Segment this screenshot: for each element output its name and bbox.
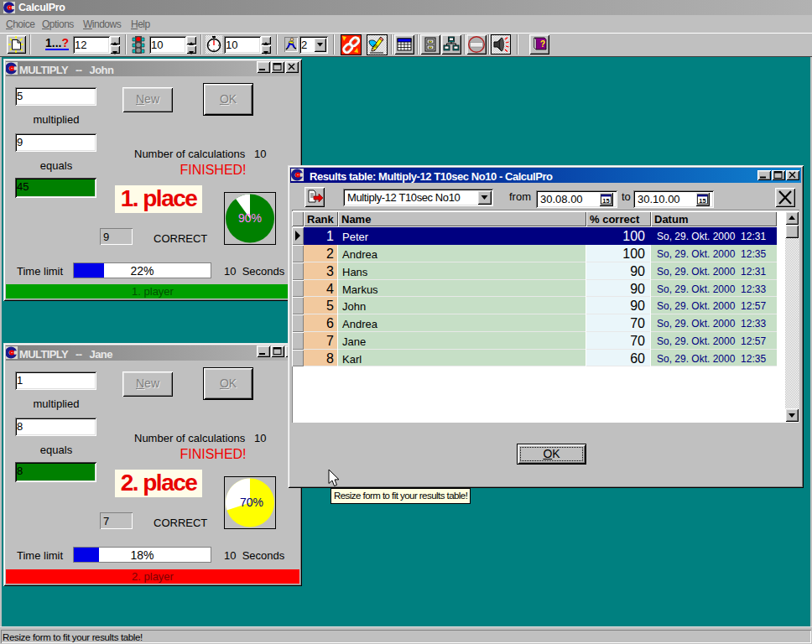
svg-text:?: ? [540, 39, 545, 49]
svg-text:15: 15 [699, 197, 705, 205]
svg-text:15: 15 [602, 197, 609, 205]
svg-text:90%: 90% [238, 211, 262, 225]
svg-text:70%: 70% [240, 496, 263, 509]
